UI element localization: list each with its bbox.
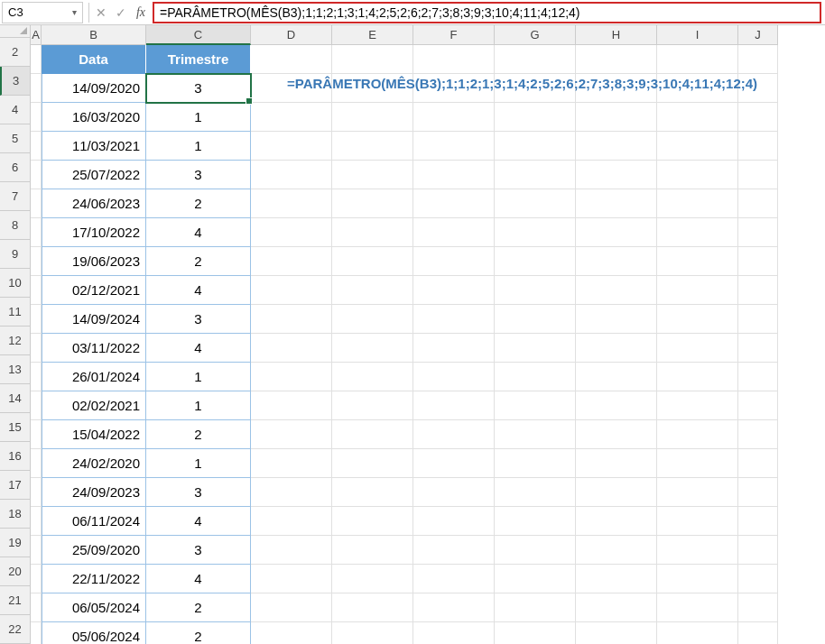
cell-D7[interactable] [251, 189, 332, 218]
cell-F11[interactable] [413, 305, 495, 334]
column-header-A[interactable]: A [31, 25, 42, 45]
cell-J4[interactable] [738, 103, 778, 132]
cell-I8[interactable] [657, 218, 738, 247]
cell-A17[interactable] [31, 478, 42, 507]
data-cell-B21[interactable]: 06/05/2024 [42, 593, 146, 622]
cell-F9[interactable] [413, 247, 495, 276]
cell-H20[interactable] [576, 565, 657, 593]
data-cell-B15[interactable]: 15/04/2022 [42, 420, 146, 449]
cell-D10[interactable] [251, 276, 332, 305]
cell-A12[interactable] [31, 334, 42, 363]
cell-H18[interactable] [576, 507, 657, 536]
cell-H22[interactable] [576, 622, 657, 644]
cell-J6[interactable] [738, 161, 778, 189]
data-cell-B6[interactable]: 25/07/2022 [42, 161, 146, 189]
cell-I16[interactable] [657, 449, 738, 478]
cell-A22[interactable] [31, 622, 42, 644]
cell-E12[interactable] [332, 334, 413, 363]
cell-D13[interactable] [251, 363, 332, 391]
data-cell-C13[interactable]: 1 [146, 363, 251, 391]
cell-E2[interactable] [332, 45, 413, 74]
cell-D17[interactable] [251, 478, 332, 507]
cell-H9[interactable] [576, 247, 657, 276]
cell-I19[interactable] [657, 536, 738, 565]
cell-D21[interactable] [251, 593, 332, 622]
confirm-icon[interactable]: ✓ [111, 3, 131, 23]
cell-J22[interactable] [738, 622, 778, 644]
cell-E7[interactable] [332, 189, 413, 218]
cell-A4[interactable] [31, 103, 42, 132]
cell-J16[interactable] [738, 449, 778, 478]
cell-E6[interactable] [332, 161, 413, 189]
data-cell-C22[interactable]: 2 [146, 622, 251, 644]
cell-F5[interactable] [413, 132, 495, 161]
data-cell-C18[interactable]: 4 [146, 507, 251, 536]
cell-G16[interactable] [495, 449, 576, 478]
cell-F2[interactable] [413, 45, 495, 74]
cell-G9[interactable] [495, 247, 576, 276]
cell-E22[interactable] [332, 622, 413, 644]
cell-J13[interactable] [738, 363, 778, 391]
cell-E11[interactable] [332, 305, 413, 334]
formula-input[interactable]: =PARÂMETRO(MÊS(B3);1;1;2;1;3;1;4;2;5;2;6… [153, 2, 821, 23]
cell-A14[interactable] [31, 391, 42, 420]
cell-H19[interactable] [576, 536, 657, 565]
cell-G21[interactable] [495, 593, 576, 622]
cell-J12[interactable] [738, 334, 778, 363]
data-cell-C10[interactable]: 4 [146, 276, 251, 305]
cell-G2[interactable] [495, 45, 576, 74]
data-cell-B8[interactable]: 17/10/2022 [42, 218, 146, 247]
cell-E5[interactable] [332, 132, 413, 161]
column-header-D[interactable]: D [251, 25, 332, 45]
column-header-I[interactable]: I [657, 25, 738, 45]
data-cell-B7[interactable]: 24/06/2023 [42, 189, 146, 218]
cell-J14[interactable] [738, 391, 778, 420]
data-cell-C14[interactable]: 1 [146, 391, 251, 420]
header-data[interactable]: Data [42, 45, 146, 74]
cell-J20[interactable] [738, 565, 778, 593]
cell-D22[interactable] [251, 622, 332, 644]
cell-G20[interactable] [495, 565, 576, 593]
row-header-12[interactable]: 12 [0, 327, 31, 355]
cell-D14[interactable] [251, 391, 332, 420]
select-all-corner[interactable] [0, 25, 31, 38]
data-cell-C17[interactable]: 3 [146, 478, 251, 507]
cell-J18[interactable] [738, 507, 778, 536]
row-header-20[interactable]: 20 [0, 557, 31, 586]
cell-I10[interactable] [657, 276, 738, 305]
cell-A6[interactable] [31, 161, 42, 189]
data-cell-B11[interactable]: 14/09/2024 [42, 305, 146, 334]
row-header-22[interactable]: 22 [0, 615, 31, 644]
data-cell-B19[interactable]: 25/09/2020 [42, 536, 146, 565]
cell-I22[interactable] [657, 622, 738, 644]
data-cell-C19[interactable]: 3 [146, 536, 251, 565]
cell-I5[interactable] [657, 132, 738, 161]
data-cell-B14[interactable]: 02/02/2021 [42, 391, 146, 420]
data-cell-C9[interactable]: 2 [146, 247, 251, 276]
cell-I18[interactable] [657, 507, 738, 536]
chevron-down-icon[interactable]: ▾ [72, 7, 77, 17]
cell-I9[interactable] [657, 247, 738, 276]
cell-H16[interactable] [576, 449, 657, 478]
cell-I4[interactable] [657, 103, 738, 132]
cell-D18[interactable] [251, 507, 332, 536]
row-header-15[interactable]: 15 [0, 413, 31, 442]
cell-G17[interactable] [495, 478, 576, 507]
cell-D5[interactable] [251, 132, 332, 161]
cell-G18[interactable] [495, 507, 576, 536]
cell-A18[interactable] [31, 507, 42, 536]
data-cell-C7[interactable]: 2 [146, 189, 251, 218]
cell-D16[interactable] [251, 449, 332, 478]
data-cell-B3[interactable]: 14/09/2020 [42, 74, 146, 103]
cell-D6[interactable] [251, 161, 332, 189]
column-header-G[interactable]: G [495, 25, 576, 45]
cell-F17[interactable] [413, 478, 495, 507]
cell-H14[interactable] [576, 391, 657, 420]
row-header-19[interactable]: 19 [0, 529, 31, 557]
cell-D9[interactable] [251, 247, 332, 276]
cell-H6[interactable] [576, 161, 657, 189]
cell-F15[interactable] [413, 420, 495, 449]
row-header-17[interactable]: 17 [0, 471, 31, 500]
cell-I15[interactable] [657, 420, 738, 449]
row-header-10[interactable]: 10 [0, 269, 31, 298]
